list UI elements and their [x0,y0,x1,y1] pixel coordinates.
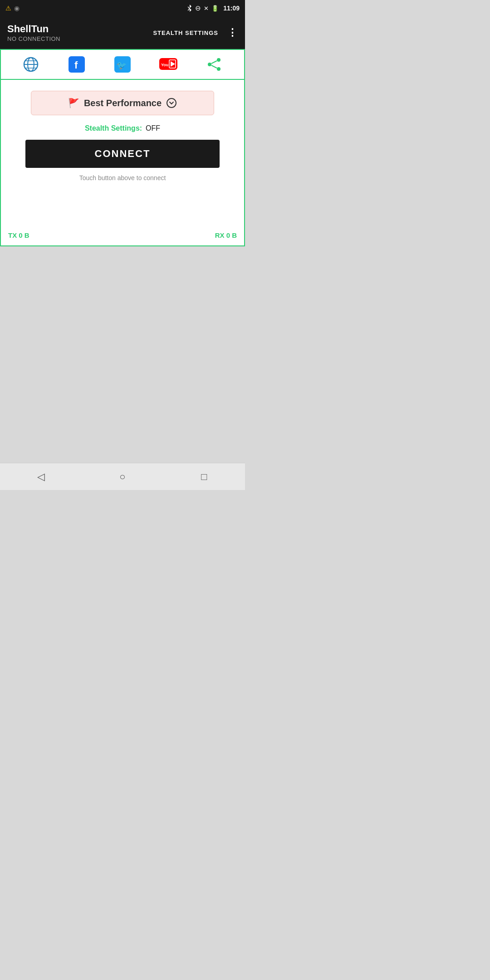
status-bar-right: ⊖ ✕ 🔋 11:09 [187,4,240,12]
battery-icon: 🔋 [211,5,219,12]
warning-icon: ⚠ [5,5,11,12]
connect-button[interactable]: CONNECT [25,140,220,168]
app-bar-left: ShellTun NO CONNECTION [7,23,60,42]
do-not-disturb-icon: ⊖ [195,4,201,12]
traffic-rx: RX 0 B [215,231,237,239]
status-bar: ⚠ ◉ ⊖ ✕ 🔋 11:09 [0,0,245,16]
website-icon[interactable] [21,54,41,74]
back-button[interactable]: ◁ [27,468,54,486]
svg-point-18 [167,98,176,108]
youtube-icon[interactable]: You [158,54,178,74]
back-icon: ◁ [37,471,45,483]
status-bar-left: ⚠ ◉ [5,5,20,12]
app-bar-right: STEALTH SETTINGS ⋮ [153,27,238,39]
flag-icon: 🚩 [68,98,79,108]
svg-text:🐦: 🐦 [117,60,127,70]
traffic-tx: TX 0 B [8,231,29,239]
connect-hint: Touch button above to connect [79,174,166,181]
server-selector[interactable]: 🚩 Best Performance [31,91,214,115]
gray-area [0,246,245,470]
stealth-value: OFF [146,124,160,132]
chevron-down-icon [166,98,177,108]
stealth-label: Stealth Settings: [85,124,142,132]
signal-icon: ✕ [204,5,209,12]
share-icon[interactable] [204,54,224,74]
svg-point-15 [217,67,220,71]
recent-button[interactable]: □ [191,468,218,486]
recent-icon: □ [201,471,207,483]
svg-point-13 [217,58,220,62]
sync-icon: ◉ [14,5,20,12]
home-icon: ○ [119,471,125,483]
svg-line-16 [211,61,217,64]
svg-line-17 [211,65,217,68]
nav-bar: ◁ ○ □ [0,463,245,490]
stealth-status: Stealth Settings: OFF [85,124,160,132]
svg-text:f: f [74,59,78,71]
social-bar: f 🐦 You [1,50,244,80]
svg-text:You: You [161,63,168,67]
status-time: 11:09 [223,5,240,12]
facebook-icon[interactable]: f [67,54,87,74]
traffic-stats: TX 0 B RX 0 B [1,225,244,245]
twitter-icon[interactable]: 🐦 [113,54,132,74]
home-button[interactable]: ○ [109,468,136,486]
server-selector-label: Best Performance [84,98,162,108]
svg-point-14 [208,63,211,66]
more-options-icon[interactable]: ⋮ [227,27,238,39]
app-subtitle: NO CONNECTION [7,35,60,42]
app-title: ShellTun [7,23,60,35]
bluetooth-icon [187,5,192,12]
main-card: f 🐦 You [0,49,245,246]
app-bar: ShellTun NO CONNECTION STEALTH SETTINGS … [0,16,245,49]
content-area: 🚩 Best Performance Stealth Settings: OFF… [1,80,244,225]
stealth-settings-button[interactable]: STEALTH SETTINGS [153,29,218,36]
